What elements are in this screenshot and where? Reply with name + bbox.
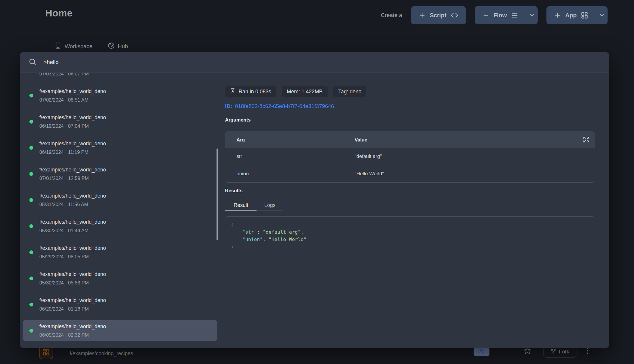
run-time: 05:53 PM [68,280,89,286]
run-time: 01:44 AM [68,228,89,233]
run-list-item[interactable]: f/examples/hello_world_deno05/30/202405:… [23,268,217,289]
tag-badge: Tag: deno [333,86,366,97]
tab-workspace[interactable]: Workspace [55,42,93,50]
run-date: 07/03/2024 [39,73,64,77]
expand-icon [583,139,590,144]
run-list-item[interactable]: f/examples/hello_world_deno07/02/202408:… [23,85,217,106]
run-list-scrollbar[interactable] [217,149,218,240]
run-path: f/examples/hello_world_deno [39,219,106,225]
run-list-item[interactable]: f/examples/hello_world_deno07/01/202412:… [23,164,217,184]
tab-logs[interactable]: Logs [257,199,283,211]
hourglass-icon [230,88,236,95]
run-id-line: ID: 018fe862-8c62-65e8-b7f7-04e31f379646 [225,103,334,109]
run-date: 05/30/2024 [39,228,64,233]
argument-row: union"Hello World" [225,165,595,182]
create-app-button[interactable]: App [546,6,596,24]
run-success-dot [29,94,33,97]
tab-hub[interactable]: Hub [108,42,128,50]
run-detail-panel: Ran in 0.083s Mem: 1.422MB Tag: deno ID:… [219,73,609,348]
run-path: f/examples/hello_world_deno [39,297,106,304]
run-path: f/examples/hello_world_deno [39,88,106,95]
arguments-table-header: Arg Value [225,132,595,148]
chevron-down-icon [599,12,605,19]
create-app-dropdown-button[interactable] [596,6,608,24]
tag-badge-label: Tag: deno [338,89,361,95]
create-toolbar: Create a Script Flow App [381,6,608,24]
create-flow-group: Flow [475,6,538,24]
run-success-dot [29,120,33,124]
home-page: Home Create a Script Flow App [0,0,634,364]
run-date: 06/05/2024 [39,332,64,338]
run-list-item[interactable]: f/examples/hello_world_deno06/05/202402:… [23,320,217,341]
run-list-item[interactable]: f/examples/hello_world_deno05/31/202411:… [23,190,217,210]
run-list-item[interactable]: f/examples/hello_world_deno06/20/202401:… [23,294,217,315]
run-list-item[interactable]: f/examples/hello_world_deno05/30/202401:… [23,216,217,237]
star-icon [524,351,531,355]
run-path: f/examples/hello_world_deno [39,193,106,199]
expand-table-button[interactable] [583,136,590,144]
git-fork-icon [551,348,556,355]
run-path: f/examples/hello_world_deno [39,245,106,251]
run-time: 06:07 PM [68,73,89,77]
results-tabs: Result Logs [225,199,595,212]
run-success-dot [29,198,33,202]
argument-name: str [225,154,355,159]
run-list-item[interactable]: f/examples/hello_world_deno06/19/202407:… [23,111,217,132]
run-date: 07/01/2024 [39,176,64,181]
code-icon [451,11,458,19]
run-time: 12:59 PM [68,176,89,181]
arguments-table: Arg Value str"default arg"union"Hello Wo… [225,132,595,183]
plus-icon [554,12,561,19]
create-script-button[interactable]: Script [411,6,466,24]
argument-name: union [225,171,355,177]
run-list-item[interactable]: f/examples/hello_world_deno07/03/202406:… [23,73,217,80]
app-list-item-path[interactable]: f/examples/cooking_recipes [70,350,133,357]
flow-menu-icon [511,12,518,19]
arg-column-header: Arg [225,137,355,143]
run-success-dot [29,146,33,150]
code-line: { [231,221,589,228]
create-flow-label: Flow [494,12,507,19]
run-success-dot [29,303,33,306]
run-path: f/examples/hello_world_deno [39,114,106,121]
tab-result[interactable]: Result [225,199,257,211]
run-date: 05/30/2024 [39,280,64,286]
duration-badge: Ran in 0.083s [225,86,276,97]
run-list-item[interactable]: f/examples/hello_world_deno05/29/202408:… [23,242,217,263]
run-time: 08:05 PM [68,254,89,259]
run-time: 11:56 AM [68,202,88,207]
run-time: 02:32 PM [68,332,89,338]
argument-row: str"default arg" [225,148,595,165]
memory-badge-label: Mem: 1.422MB [287,89,323,95]
run-list-item[interactable]: f/examples/hello_world_deno06/19/202411:… [23,137,217,158]
run-path: f/examples/hello_world_deno [39,271,106,277]
workspace-hub-tabs: Workspace Hub [55,42,128,50]
tab-hub-label: Hub [118,43,128,50]
create-flow-button[interactable]: Flow [475,6,526,24]
argument-value: "default arg" [355,154,382,159]
create-flow-dropdown-button[interactable] [526,6,538,24]
globe-icon [108,42,115,50]
chevron-down-icon [529,12,535,19]
shared-users-badge[interactable] [474,347,489,356]
users-icon [478,348,485,355]
tab-workspace-label: Workspace [65,43,93,50]
run-success-dot [29,277,33,280]
run-id-value[interactable]: 018fe862-8c62-65e8-b7f7-04e31f379646 [235,103,334,109]
value-column-header: Value [355,137,367,143]
run-date: 06/20/2024 [39,306,64,312]
run-path: f/examples/hello_world_deno [39,167,106,173]
search-bar [20,52,609,73]
run-success-dot [29,329,33,333]
search-input[interactable] [43,59,601,65]
page-title: Home [45,8,73,19]
building-icon [55,42,61,50]
run-path: f/examples/hello_world_deno [39,141,106,147]
run-time: 08:51 AM [68,97,89,103]
more-options-kebab-button[interactable] [584,347,591,356]
run-badges: Ran in 0.083s Mem: 1.422MB Tag: deno [225,86,366,97]
duration-badge-label: Ran in 0.083s [239,89,271,95]
run-success-dot [29,224,33,228]
arguments-table-rows: str"default arg"union"Hello World" [225,148,595,182]
create-script-label: Script [430,12,447,19]
